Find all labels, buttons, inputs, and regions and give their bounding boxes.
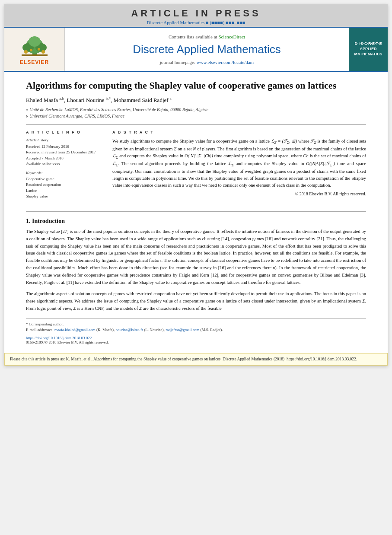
page: ARTICLE IN PRESS Discrete Applied Mathem… bbox=[4, 4, 388, 366]
intro-paragraph-1: The Shapley value [27] is one of the mos… bbox=[26, 228, 366, 286]
section-divider bbox=[26, 211, 366, 212]
aip-banner: ARTICLE IN PRESS Discrete Applied Mathem… bbox=[4, 4, 388, 27]
dam-logo: D·I·S·C·R·E·T·EAPPLIEDMATHEMATICS bbox=[354, 41, 382, 57]
keyword-1: Cooperative game bbox=[26, 176, 104, 182]
keywords-label: Keywords: bbox=[26, 171, 104, 175]
doi-line[interactable]: https://doi.org/10.1016/j.dam.2018.03.02… bbox=[26, 336, 366, 340]
abstract-section: A B S T R A C T We study algorithms to c… bbox=[112, 130, 366, 200]
bottom-notice: Please cite this article in press as: K.… bbox=[4, 353, 388, 366]
keyword-3: Lattice bbox=[26, 188, 104, 194]
history-item-2: Received in revised form 25 December 201… bbox=[26, 150, 104, 156]
copyright: © 2018 Elsevier B.V. All rights reserved… bbox=[112, 191, 366, 196]
main-content: Algorithms for computing the Shapley val… bbox=[4, 72, 388, 349]
svg-point-4 bbox=[29, 36, 41, 47]
email-maafa[interactable]: maafa.khaled@gmail.com bbox=[54, 328, 96, 332]
aip-subtitle-link[interactable]: Discrete Applied Mathematics ■ (■■■■) ■■… bbox=[147, 20, 245, 25]
affiliation-a: a Unité de Recherche LaMOS, Faculté des … bbox=[26, 106, 366, 113]
svg-point-9 bbox=[38, 48, 40, 51]
email-footnote: E-mail addresses: maafa.khaled@gmail.com… bbox=[26, 327, 366, 333]
history-item-1: Received 12 February 2016 bbox=[26, 144, 104, 150]
introduction-heading: 1. Introduction bbox=[26, 218, 366, 225]
history-label: Article history: bbox=[26, 138, 104, 142]
keyword-4: Shapley value bbox=[26, 194, 104, 200]
elsevier-label: ELSEVIER bbox=[20, 59, 49, 65]
corresponding-author-note: * Corresponding author. bbox=[26, 322, 366, 328]
history-item-3: Accepted 7 March 2018 bbox=[26, 156, 104, 162]
article-title: Algorithms for computing the Shapley val… bbox=[26, 80, 366, 92]
homepage-link[interactable]: www.elsevier.com/locate/dam bbox=[197, 60, 254, 65]
info-abstract-section: A R T I C L E I N F O Article history: R… bbox=[26, 124, 366, 205]
footnote-area: * Corresponding author. E-mail addresses… bbox=[26, 318, 366, 344]
aip-subtitle: Discrete Applied Mathematics ■ (■■■■) ■■… bbox=[4, 20, 388, 25]
abstract-label: A B S T R A C T bbox=[112, 130, 366, 134]
history-item-4: Available online xxxx bbox=[26, 161, 104, 167]
email-nourine[interactable]: nourine@isima.fr bbox=[115, 328, 143, 332]
issn-line: 0166-218X/© 2018 Elsevier B.V. All right… bbox=[26, 340, 366, 344]
sciencedirect-link[interactable]: ScienceDirect bbox=[218, 34, 245, 39]
journal-header: ELSEVIER Contents lists available at Sci… bbox=[4, 27, 388, 72]
intro-paragraph-2: The algorithmic aspects of solution conc… bbox=[26, 290, 366, 312]
elsevier-tree-icon bbox=[17, 34, 52, 57]
abstract-text: We study algorithms to compute the Shapl… bbox=[112, 138, 366, 189]
article-info: A R T I C L E I N F O Article history: R… bbox=[26, 130, 104, 200]
journal-center-info: Contents lists available at ScienceDirec… bbox=[65, 28, 349, 71]
svg-point-6 bbox=[24, 50, 28, 54]
dam-logo-area: D·I·S·C·R·E·T·EAPPLIEDMATHEMATICS bbox=[349, 28, 388, 71]
svg-point-8 bbox=[30, 49, 32, 51]
affiliation-a-text: Unité de Recherche LaMOS, Faculté des Sc… bbox=[29, 106, 208, 113]
svg-rect-5 bbox=[22, 54, 48, 56]
homepage-line: journal homepage: www.elsevier.com/locat… bbox=[160, 60, 254, 65]
aip-title: ARTICLE IN PRESS bbox=[4, 8, 388, 19]
svg-point-7 bbox=[41, 50, 45, 54]
authors-line: Khaled Maafa a,b, Lhouari Nourine b,*, M… bbox=[26, 96, 366, 104]
affiliation-b: b Université Clermont Auvergne, CNRS, LI… bbox=[26, 113, 366, 119]
email-radjef[interactable]: radjefms@gmail.com bbox=[166, 328, 199, 332]
article-info-label: A R T I C L E I N F O bbox=[26, 130, 104, 134]
affiliations: a Unité de Recherche LaMOS, Faculté des … bbox=[26, 106, 366, 119]
keyword-2: Restricted cooperation bbox=[26, 182, 104, 188]
elsevier-logo-area: ELSEVIER bbox=[4, 28, 65, 71]
journal-title: Discrete Applied Mathematics bbox=[133, 43, 280, 56]
contents-line: Contents lists available at ScienceDirec… bbox=[169, 34, 245, 39]
affiliation-b-text: Université Clermont Auvergne, CNRS, LIMO… bbox=[29, 113, 124, 119]
